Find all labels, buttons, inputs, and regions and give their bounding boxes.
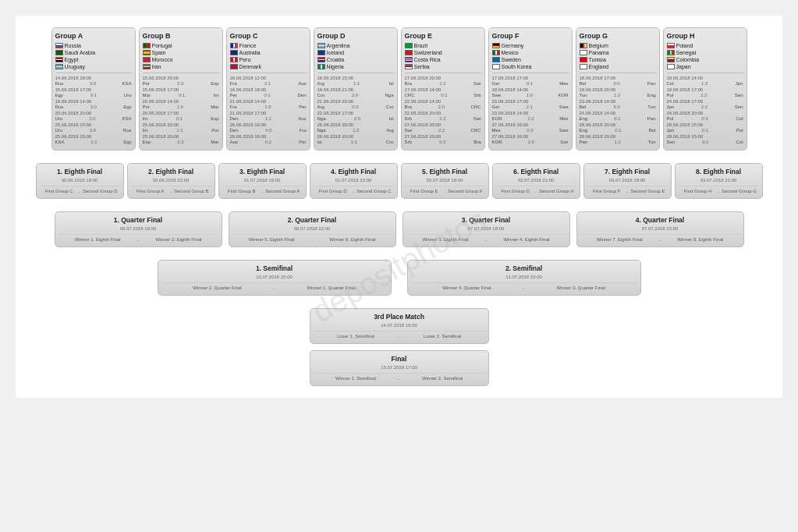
match-date: 22.06.2018 17:00 xyxy=(317,111,394,115)
match-score: 1:2 xyxy=(439,116,445,121)
home-team: KSA xyxy=(55,140,65,144)
away-team: Isl xyxy=(388,116,393,121)
group-C-card: Group C France Australia Peru Denmark 16… xyxy=(226,27,310,151)
flag-icon xyxy=(492,43,500,48)
team-row: Brazil xyxy=(405,43,481,48)
home-team: Isl xyxy=(317,140,322,144)
away-team: Cro xyxy=(386,105,394,109)
team-name: Spain xyxy=(152,50,219,55)
match-score: 1:1 xyxy=(439,81,445,86)
team-name: Mexico xyxy=(502,50,569,55)
match-score: 1:0 xyxy=(264,105,271,109)
away-team: Aus xyxy=(298,116,306,121)
match-score: 2:0 xyxy=(352,93,358,98)
team-slot-1: First Group D xyxy=(314,189,353,194)
quarter-finals-row: 1. Quarter Final 06.07.2018 18:00 Winner… xyxy=(27,211,771,247)
match-row: Mar 0:1 Irn xyxy=(143,93,219,98)
match-date: 19.06.2018 17:00 xyxy=(667,87,743,92)
match-row: KOR 1:2 Mex xyxy=(492,116,569,121)
home-team: Sen xyxy=(667,140,676,144)
match-score: 0:0 xyxy=(265,128,271,133)
match-date: 26.06.2018 20:00 xyxy=(317,134,394,139)
match-date: 26.06.2018 16:00 xyxy=(230,134,307,139)
match-row: Eng 6:1 Pan xyxy=(580,116,656,121)
eighth-8-card: 8. Eighth Final 03.07.2018 22:00 First G… xyxy=(675,163,763,199)
group-G-title: Group G xyxy=(580,32,656,40)
team-slot-2: Winner 6. Eighth Final xyxy=(313,237,392,243)
team-name: Uruguay xyxy=(65,64,132,69)
third-title: 3rd Place Match xyxy=(314,313,485,321)
flag-icon xyxy=(492,57,500,62)
team-slot-1: First Group G xyxy=(496,189,535,194)
match-row: Sen 0:1 Col xyxy=(667,140,743,144)
team-row: Colombia xyxy=(667,57,743,62)
team-slot-1: Winner 2. Quarter Final xyxy=(161,286,274,291)
eighth-teams: First Group H - Second Group G xyxy=(679,186,759,194)
away-team: CRC xyxy=(471,105,481,109)
eighth-7-card: 7. Eighth Final 03.07.2018 18:00 First G… xyxy=(583,163,672,199)
group-H-card: Group H Poland Senegal Colombia Japan 19… xyxy=(663,27,747,151)
quarter-date: 06.07.2018 22:00 xyxy=(232,226,392,231)
team-name: Switzerland xyxy=(414,50,481,55)
match-date: 23.06.2018 14:00 xyxy=(580,99,656,104)
home-team: Pan xyxy=(580,140,588,144)
match-row: Den 0:0 Fra xyxy=(230,128,307,133)
match-row: Arg 0:3 Cro xyxy=(317,105,394,109)
away-team: Cro xyxy=(386,140,394,144)
match-score: 2:2 xyxy=(438,128,445,133)
home-team: Bra xyxy=(405,81,412,86)
match-section: 17.06.2018 17:00 Ger 0:1 Mex 18.06.2018 … xyxy=(492,73,569,144)
team-slot-2: Second Group A xyxy=(263,189,302,194)
match-date: 27.06.2018 20:00 xyxy=(405,122,481,127)
team-slot-1: Winner 3. Eighth Final xyxy=(406,237,485,243)
group-C-title: Group C xyxy=(230,32,307,40)
eighth-date: 02.07.2018 18:00 xyxy=(405,178,485,183)
team-name: South Korea xyxy=(502,64,569,69)
home-team: Mex xyxy=(492,128,501,133)
match-score: 1:1 xyxy=(176,128,183,133)
team-slot-1: Winner 1. Eighth Final xyxy=(59,237,137,243)
flag-icon xyxy=(230,64,238,69)
away-team: Nga xyxy=(385,93,393,98)
team-slot-2: Second Group G xyxy=(719,189,758,194)
eighth-teams: First Group G - Second Group H xyxy=(496,186,576,194)
home-team: Den xyxy=(230,116,239,121)
match-score: 0:3 xyxy=(527,128,533,133)
away-team: Swi xyxy=(473,81,481,86)
team-name: Nigeria xyxy=(327,64,394,69)
home-team: CRC xyxy=(405,93,415,98)
quarter-teams: Winner 1. Eighth Final - Winner 2. Eight… xyxy=(59,234,218,243)
flag-icon xyxy=(317,64,325,69)
flag-icon xyxy=(580,57,587,62)
match-row: Bel 5:2 Tun xyxy=(580,105,656,109)
team-row: Belgium xyxy=(580,43,656,48)
match-score: 1:2 xyxy=(615,140,621,144)
team-slot-2: Second Group F xyxy=(445,189,484,194)
match-date: 18.06.2018 14:00 xyxy=(492,87,569,92)
home-team: Bel xyxy=(580,105,587,109)
team-slot-2: Winner 8. Eighth Final xyxy=(661,237,739,243)
group-F-title: Group F xyxy=(492,32,569,40)
away-team: Per xyxy=(299,140,306,144)
team-name: Panama xyxy=(589,50,656,55)
team-name: Australia xyxy=(239,50,307,55)
match-date: 22.06.2018 14:00 xyxy=(405,99,481,104)
match-row: Mex 0:3 Swe xyxy=(492,128,569,133)
eighth-date: 01.07.2018 18:00 xyxy=(222,178,303,183)
match-score: 2:0 xyxy=(354,116,360,121)
final-card: Final 15.07.2018 17:00 Winner 1. Semifin… xyxy=(310,350,489,386)
match-row: Bra 2:0 CRC xyxy=(405,105,481,109)
flag-icon xyxy=(405,43,413,48)
away-team: Eng xyxy=(647,93,656,98)
away-team: Bel xyxy=(649,128,656,133)
match-date: 27.06.2018 16:00 xyxy=(492,122,569,127)
team-name: Denmark xyxy=(239,64,307,69)
match-score: 0:2 xyxy=(439,140,445,144)
match-row: Ger 2:1 Swe xyxy=(492,105,569,109)
match-section: 15.06.2018 20:00 Por 3:3 Esp 15.06.2018 … xyxy=(143,73,219,144)
quarter-teams: Winner 5. Eighth Final - Winner 6. Eight… xyxy=(232,234,392,243)
group-H-title: Group H xyxy=(667,32,743,40)
match-date: 24.06.2018 17:00 xyxy=(667,99,743,104)
team-row: Russia xyxy=(55,43,132,48)
quarter-4-card: 4. Quarter Final 07.07.2018 22:00 Winner… xyxy=(576,211,744,247)
